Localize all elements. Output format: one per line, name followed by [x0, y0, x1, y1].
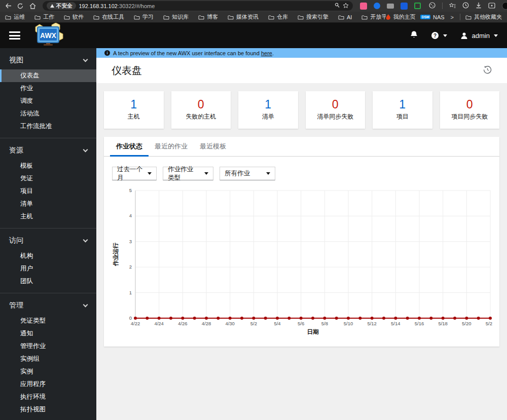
- nav-section-header[interactable]: 资源: [0, 141, 96, 160]
- bookmark-folder[interactable]: 软件: [64, 13, 84, 21]
- filter-select[interactable]: 所有作业: [220, 167, 275, 180]
- bookmark-folder[interactable]: 在线工具: [93, 13, 124, 21]
- help-caret-icon: [443, 34, 447, 37]
- sidebar-item[interactable]: 应用程序: [0, 378, 96, 391]
- security-chip[interactable]: 不安全: [47, 2, 76, 10]
- stat-value-link[interactable]: 0: [466, 99, 473, 110]
- caret-down-icon: [204, 172, 208, 175]
- sidebar-item[interactable]: 机构: [0, 250, 96, 262]
- tab-active[interactable]: 作业状态: [110, 137, 149, 157]
- favorite-star-icon[interactable]: [343, 3, 349, 10]
- bookmark-folder[interactable]: 博客: [198, 13, 218, 21]
- bookmark-folder[interactable]: 学习: [134, 13, 154, 21]
- downloads-icon[interactable]: [476, 2, 482, 11]
- sidebar-item[interactable]: 作业: [0, 82, 96, 95]
- sidebar-item[interactable]: 活动流: [0, 107, 96, 120]
- dashboard-history-icon[interactable]: [483, 65, 492, 76]
- stat-value-link[interactable]: 0: [332, 99, 339, 110]
- password-extension-icon[interactable]: [401, 3, 408, 10]
- bookmark-folder[interactable]: 媒体资讯: [228, 13, 259, 21]
- stat-card: 1主机: [104, 91, 164, 129]
- sidebar-item[interactable]: 仪表盘: [0, 69, 96, 82]
- user-menu[interactable]: admin: [460, 32, 498, 40]
- stat-value-link[interactable]: 1: [130, 99, 137, 110]
- blue-dot-extension-icon[interactable]: [374, 3, 380, 9]
- favorites-icon[interactable]: [449, 2, 456, 11]
- tab-inactive[interactable]: 最近的作业: [149, 137, 194, 157]
- svg-text:0: 0: [129, 315, 132, 321]
- cookie-extension-icon[interactable]: [429, 2, 436, 11]
- bookmark-folder[interactable]: 工作: [34, 13, 54, 21]
- dsm-icon: DSM: [420, 15, 430, 19]
- sidebar-item[interactable]: 工作流批准: [0, 120, 96, 133]
- bookmark-label: 开放平台: [370, 13, 386, 21]
- stat-value-link[interactable]: 1: [265, 99, 271, 110]
- help-menu[interactable]: ?: [431, 31, 447, 40]
- bookmark-home[interactable]: 我的主页: [386, 13, 415, 21]
- stat-label: 失败的主机: [186, 112, 216, 121]
- sidebar-item[interactable]: 执行环境: [0, 391, 96, 403]
- sidebar-item[interactable]: 主机: [0, 210, 96, 223]
- extensions-strip: [360, 3, 421, 10]
- user-name: admin: [472, 32, 490, 40]
- bookmark-folder[interactable]: 仓库: [268, 13, 288, 21]
- history-icon[interactable]: [462, 2, 469, 11]
- nav-section: 访问机构用户团队: [0, 228, 96, 293]
- sidebar-item[interactable]: 管理作业: [0, 340, 96, 353]
- bilibili-extension-icon[interactable]: [360, 3, 367, 10]
- sidebar-item[interactable]: 模板: [0, 160, 96, 172]
- nav-section-header[interactable]: 访问: [0, 232, 96, 250]
- url-text[interactable]: 192.168.31.102:30322/#/home: [79, 3, 332, 9]
- bookmark-folder[interactable]: 运维: [5, 13, 25, 21]
- back-icon[interactable]: [3, 2, 13, 11]
- stat-card: 0项目同步失败: [440, 91, 500, 129]
- nav-section: 视图仪表盘作业调度活动流工作流批准: [0, 48, 96, 138]
- home-icon[interactable]: [27, 2, 38, 11]
- chevron-down-icon: [83, 238, 88, 243]
- stat-card: 0清单同步失败: [306, 91, 366, 129]
- card-extension-icon[interactable]: [387, 4, 394, 9]
- nav-section: 管理凭证类型通知管理作业实例组实例应用程序执行环境拓扑视图: [0, 293, 96, 420]
- sidebar-item[interactable]: 实例组: [0, 353, 96, 365]
- voice-search-icon[interactable]: [335, 3, 340, 9]
- stat-value-link[interactable]: 1: [399, 99, 406, 110]
- nav-section-label: 访问: [9, 236, 23, 245]
- awx-logo[interactable]: AWX: [31, 23, 65, 48]
- sidebar-item[interactable]: 调度: [0, 95, 96, 107]
- other-favorites[interactable]: 其他收藏夹: [465, 13, 502, 21]
- notifications-bell-icon[interactable]: [410, 30, 418, 41]
- bookmarks-overflow-icon[interactable]: >: [451, 14, 454, 20]
- nav-section-header[interactable]: 视图: [0, 51, 96, 69]
- sidebar-item[interactable]: 实例: [0, 365, 96, 378]
- svg-text:5/10: 5/10: [344, 321, 353, 326]
- bookmark-folder[interactable]: 搜索引擎: [298, 13, 329, 21]
- sidebar-item[interactable]: 清单: [0, 198, 96, 210]
- nav-toggle-icon[interactable]: [9, 31, 20, 40]
- nav-section-header[interactable]: 管理: [0, 296, 96, 315]
- tab-inactive[interactable]: 最近模板: [194, 137, 232, 157]
- y-axis-label: 作业运行: [113, 243, 119, 267]
- url-path: :30322/#/home: [118, 3, 155, 9]
- bookmark-folder[interactable]: 开放平台: [361, 13, 386, 21]
- sidebar-item[interactable]: 用户: [0, 262, 96, 275]
- sidebar-item[interactable]: 凭证类型: [0, 315, 96, 327]
- sidebar-item[interactable]: 团队: [0, 275, 96, 288]
- screenshot-extension-icon[interactable]: [414, 3, 421, 9]
- filter-select[interactable]: 过去一个月: [112, 167, 157, 180]
- workspaces-icon[interactable]: [488, 2, 495, 11]
- sidebar-item[interactable]: 拓扑视图: [0, 403, 96, 416]
- banner-here-link[interactable]: here: [261, 50, 272, 56]
- address-bar[interactable]: 不安全 192.168.31.102:30322/#/home: [43, 1, 353, 11]
- sidebar-item[interactable]: 通知: [0, 327, 96, 340]
- bookmark-nas[interactable]: DSM NAS: [420, 14, 444, 20]
- sidebar-item[interactable]: 凭证: [0, 172, 96, 185]
- bookmark-folder[interactable]: AI: [338, 14, 352, 20]
- filter-select[interactable]: 作业作业类型: [163, 167, 213, 180]
- dark-extension-icon[interactable]: [502, 2, 507, 10]
- stat-value-link[interactable]: 0: [198, 99, 204, 110]
- stats-row: 1主机0失败的主机1清单0清单同步失败1项目0项目同步失败: [104, 91, 499, 129]
- bookmark-folder[interactable]: 知识库: [163, 13, 189, 21]
- refresh-icon[interactable]: [15, 2, 25, 11]
- sidebar-item[interactable]: 项目: [0, 185, 96, 198]
- awx-masthead: AWX ? admin: [0, 23, 507, 48]
